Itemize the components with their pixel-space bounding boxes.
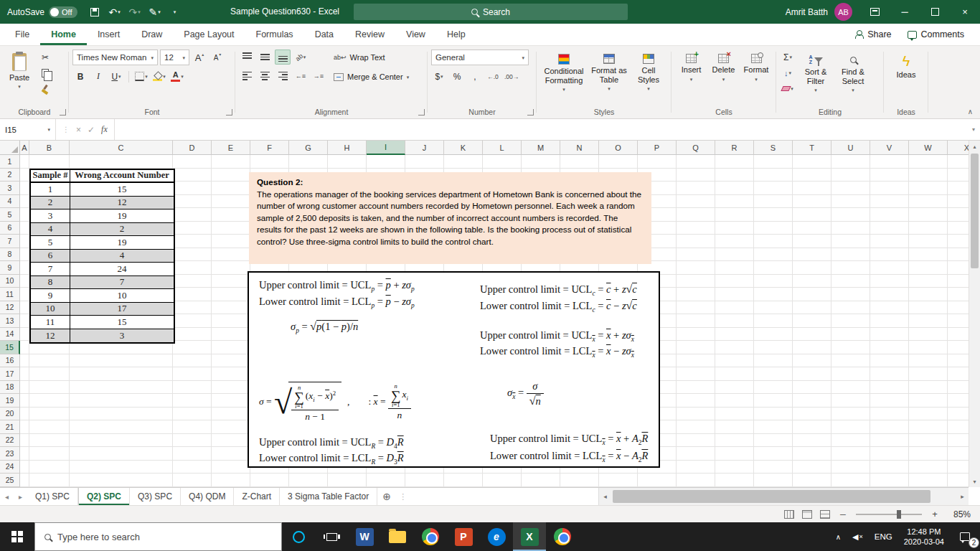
table-cell[interactable]: 12 — [70, 197, 174, 210]
tab-home[interactable]: Home — [40, 24, 87, 45]
column-header-N[interactable]: N — [560, 141, 599, 155]
increase-decimal-button[interactable]: ←.0 — [485, 69, 501, 84]
row-header-20[interactable]: 20 — [0, 408, 20, 421]
data-table[interactable]: Sample #Wrong Account Number115212319425… — [29, 169, 175, 344]
middle-align-button[interactable] — [257, 50, 273, 65]
column-header-M[interactable]: M — [522, 141, 560, 155]
taskbar-app-file-explorer[interactable] — [381, 522, 414, 551]
page-layout-view-button[interactable] — [802, 510, 812, 519]
center-button[interactable] — [257, 68, 273, 83]
name-box[interactable]: I15 ▾ — [0, 119, 56, 140]
column-header-T[interactable]: T — [793, 141, 831, 155]
column-header-D[interactable]: D — [173, 141, 212, 155]
paste-button[interactable]: Paste ▾ — [4, 50, 35, 96]
taskbar-app-excel[interactable]: X — [513, 522, 546, 551]
row-header-1[interactable]: 1 — [0, 155, 20, 169]
maximize-button[interactable] — [920, 0, 950, 24]
clipboard-dialog-launcher[interactable] — [60, 109, 66, 116]
sheet-nav-left-button[interactable]: ◂ — [0, 488, 14, 505]
table-cell[interactable]: 19 — [70, 236, 174, 250]
row-header-19[interactable]: 19 — [0, 394, 20, 408]
taskbar-app-powerpoint[interactable]: P — [447, 522, 480, 551]
row-header-8[interactable]: 8 — [0, 248, 20, 262]
row-header-25[interactable]: 25 — [0, 474, 20, 487]
column-header-K[interactable]: K — [444, 141, 483, 155]
autosum-button[interactable]: Σ▾ — [780, 50, 796, 65]
column-header-O[interactable]: O — [599, 141, 638, 155]
column-header-J[interactable]: J — [405, 141, 444, 155]
format-cells-button[interactable]: Format ▾ — [740, 50, 773, 105]
vertical-scrollbar-thumb[interactable] — [971, 154, 979, 268]
undo-button[interactable]: ↶▾ — [105, 2, 125, 22]
table-header-cell[interactable]: Wrong Account Number — [70, 170, 174, 184]
taskbar-app-edge[interactable]: e — [480, 522, 513, 551]
zoom-slider[interactable] — [856, 514, 922, 515]
tab-draw[interactable]: Draw — [131, 24, 173, 45]
sheet-tab-z-chart[interactable]: Z-Chart — [234, 488, 280, 505]
row-header-11[interactable]: 11 — [0, 288, 20, 301]
column-header-I[interactable]: I — [367, 141, 405, 155]
scroll-down-button[interactable]: ▾ — [969, 476, 980, 487]
comma-style-button[interactable]: , — [467, 69, 483, 84]
italic-button[interactable]: I — [90, 69, 106, 84]
normal-view-button[interactable] — [784, 510, 794, 519]
ideas-button[interactable]: ϟ Ideas — [888, 50, 924, 105]
table-cell[interactable]: 3 — [31, 209, 70, 223]
align-left-button[interactable] — [239, 68, 255, 83]
sheet-tab-q1-spc[interactable]: Q1) SPC — [27, 488, 78, 505]
top-align-button[interactable] — [239, 50, 255, 65]
cancel-formula-button[interactable]: × — [76, 125, 81, 135]
expand-formula-bar-button[interactable]: ▾ — [967, 119, 980, 140]
horizontal-scrollbar[interactable]: ◂ ▸ — [598, 488, 969, 505]
alignment-dialog-launcher[interactable] — [418, 109, 425, 116]
table-cell[interactable]: 15 — [70, 316, 174, 329]
enter-formula-button[interactable]: ✓ — [88, 125, 95, 135]
tab-data[interactable]: Data — [304, 24, 344, 45]
tab-file[interactable]: File — [4, 24, 40, 45]
share-button[interactable]: Share — [847, 27, 898, 42]
zoom-slider-thumb[interactable] — [897, 510, 901, 519]
row-header-17[interactable]: 17 — [0, 367, 20, 381]
table-cell[interactable]: 5 — [31, 236, 70, 250]
autosave-toggle[interactable]: AutoSave Off — [0, 6, 85, 18]
new-sheet-button[interactable]: ⊕ — [377, 488, 396, 505]
font-dialog-launcher[interactable] — [226, 109, 232, 116]
table-cell[interactable]: 1 — [31, 183, 70, 197]
horizontal-scrollbar-thumb[interactable] — [613, 490, 930, 503]
search-box[interactable]: Search — [354, 4, 628, 20]
row-header-12[interactable]: 12 — [0, 301, 20, 315]
table-cell[interactable]: 12 — [31, 329, 70, 343]
volume-button[interactable]: ◀× — [847, 522, 869, 551]
fill-color-button[interactable]: ▾ — [151, 69, 167, 84]
insert-cells-button[interactable]: Insert ▾ — [675, 50, 707, 105]
copy-button[interactable] — [37, 65, 53, 80]
minimize-button[interactable]: ─ — [890, 0, 920, 24]
wrap-text-button[interactable]: ab↩Wrap Text — [331, 50, 388, 65]
tab-insert[interactable]: Insert — [87, 24, 131, 45]
sheet-tab-q3-spc[interactable]: Q3) SPC — [130, 488, 181, 505]
language-indicator[interactable]: ENG — [869, 522, 898, 551]
table-cell[interactable]: 19 — [70, 209, 174, 223]
table-cell[interactable]: 11 — [31, 316, 70, 329]
format-painter-button[interactable] — [37, 81, 53, 96]
orientation-button[interactable]: ab▾ — [293, 50, 308, 65]
taskbar-app-chrome[interactable] — [414, 522, 447, 551]
column-header-G[interactable]: G — [289, 141, 328, 155]
number-format-select[interactable]: General▾ — [431, 50, 529, 65]
question-text-box[interactable]: Question 2: The operations manager of th… — [249, 172, 651, 264]
bottom-align-button[interactable] — [275, 50, 291, 65]
row-header-15[interactable]: 15 — [0, 341, 20, 354]
worksheet-grid[interactable]: ABCDEFGHIJKLMNOPQRSTUVWX Sample #Wrong A… — [0, 141, 969, 487]
column-header-X[interactable]: X — [948, 141, 969, 155]
vertical-scrollbar[interactable]: ▴ ▾ — [969, 141, 980, 487]
customize-qat-button[interactable]: ▾ — [165, 2, 185, 22]
column-header-P[interactable]: P — [638, 141, 677, 155]
align-right-button[interactable] — [275, 68, 291, 83]
tab-page-layout[interactable]: Page Layout — [173, 24, 245, 45]
row-header-14[interactable]: 14 — [0, 328, 20, 342]
number-dialog-launcher[interactable] — [527, 109, 534, 116]
page-break-preview-button[interactable] — [820, 510, 830, 519]
collapse-ribbon-button[interactable]: ∧ — [968, 108, 973, 116]
table-cell[interactable]: 24 — [70, 263, 174, 276]
column-header-W[interactable]: W — [909, 141, 948, 155]
